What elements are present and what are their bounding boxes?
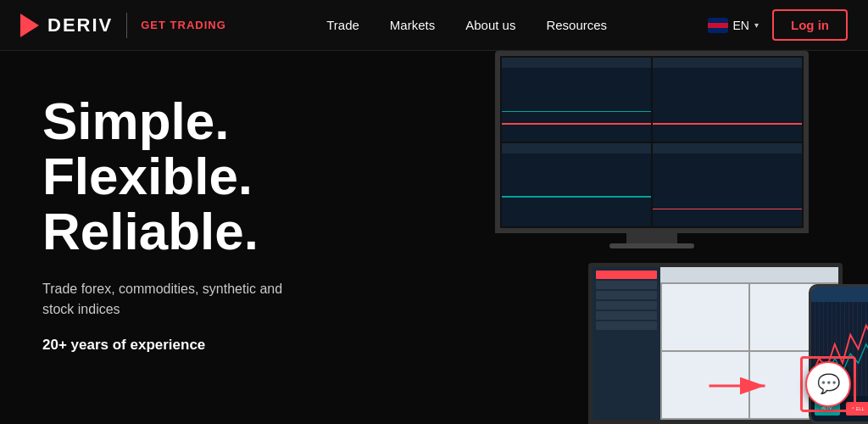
nav-item-trade[interactable]: Trade — [326, 18, 359, 32]
nav-item-resources[interactable]: Resources — [546, 18, 607, 32]
header-left: DERIV GET TRADING — [20, 13, 226, 38]
nav-item-about[interactable]: About us — [465, 18, 515, 32]
chat-button[interactable]: 💬 — [805, 361, 851, 407]
sidebar-rows — [593, 267, 660, 333]
chart-panel-3 — [502, 143, 651, 227]
nav-item-markets[interactable]: Markets — [390, 18, 435, 32]
uk-flag-icon — [708, 18, 728, 33]
hero-headline: Simple. Flexible. Reliable. — [42, 93, 314, 259]
phone-sell-button[interactable]: SELL — [846, 402, 869, 416]
sidebar-row-5 — [596, 321, 657, 330]
sidebar-row-3 — [596, 301, 657, 310]
monitor-chart — [500, 56, 804, 228]
chevron-down-icon: ▾ — [754, 20, 759, 30]
monitor-screen — [495, 51, 809, 233]
sidebar-row-4 — [596, 311, 657, 320]
main-nav: Trade Markets About us Resources — [326, 18, 607, 32]
chart-panel-2 — [653, 58, 802, 142]
get-trading-label[interactable]: GET TRADING — [141, 19, 226, 31]
laptop-screen — [588, 263, 843, 424]
hero-subtitle: Trade forex, commodities, synthetic and … — [42, 279, 297, 320]
header: DERIV GET TRADING Trade Markets About us… — [0, 0, 868, 51]
logo-text: DERIV — [47, 14, 113, 36]
hero-devices: BUY SELL — [351, 51, 868, 424]
sidebar-row-1 — [596, 281, 657, 289]
chat-icon: 💬 — [817, 373, 840, 395]
laptop-device — [588, 263, 843, 424]
logo[interactable]: DERIV — [20, 14, 113, 37]
headline-line1: Simple. — [42, 93, 314, 148]
hero-experience: 20+ years of experience — [42, 337, 314, 354]
monitor-stand — [626, 233, 677, 243]
laptop-sidebar — [593, 267, 660, 420]
hero-content: Simple. Flexible. Reliable. Trade forex,… — [0, 51, 356, 424]
logo-divider — [126, 13, 127, 38]
chart-panel-1 — [502, 58, 651, 142]
arrow-container — [707, 373, 775, 399]
logo-chevron-icon — [20, 14, 39, 37]
sidebar-row-2 — [596, 291, 657, 299]
headline-line3: Reliable. — [42, 204, 314, 259]
monitor-device — [495, 51, 809, 254]
chart-panel-4 — [653, 143, 802, 227]
lang-label: EN — [733, 19, 749, 32]
header-right: EN ▾ Log in — [708, 9, 848, 41]
login-button[interactable]: Log in — [772, 9, 848, 41]
headline-line2: Flexible. — [42, 148, 314, 204]
arrow-icon — [707, 373, 775, 399]
phone-header — [811, 287, 868, 302]
monitor-base — [609, 243, 694, 248]
sidebar-row-active — [596, 271, 657, 279]
laptop-topbar — [660, 267, 838, 282]
language-selector[interactable]: EN ▾ — [708, 18, 759, 33]
hero-section: Simple. Flexible. Reliable. Trade forex,… — [0, 51, 868, 424]
laptop-pane-1 — [662, 284, 748, 350]
